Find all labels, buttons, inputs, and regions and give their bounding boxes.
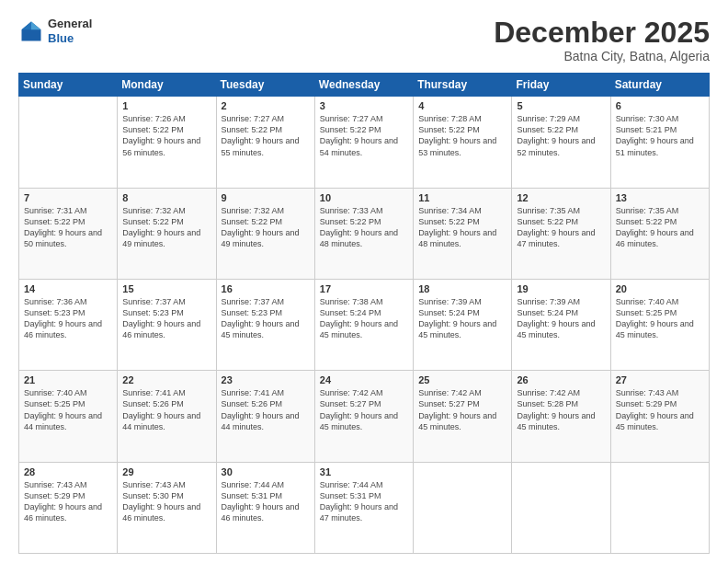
sunset: Sunset: 5:25 PM (24, 398, 112, 409)
day-header-friday: Friday (512, 74, 610, 97)
sunset: Sunset: 5:22 PM (122, 216, 210, 227)
sunset: Sunset: 5:22 PM (222, 216, 310, 227)
sunrise: Sunrise: 7:39 AM (418, 296, 506, 307)
calendar-cell (512, 462, 610, 553)
cell-details: Sunrise: 7:26 AM Sunset: 5:22 PM Dayligh… (122, 113, 210, 158)
week-row-1: 7 Sunrise: 7:31 AM Sunset: 5:22 PM Dayli… (19, 188, 710, 279)
sunset: Sunset: 5:21 PM (616, 124, 704, 135)
daylight: Daylight: 9 hours and 46 minutes. (122, 501, 210, 523)
sunrise: Sunrise: 7:44 AM (222, 479, 310, 490)
daylight: Daylight: 9 hours and 46 minutes. (24, 318, 112, 340)
day-number: 23 (222, 374, 310, 385)
subtitle: Batna City, Batna, Algeria (494, 49, 710, 63)
day-number: 25 (418, 374, 506, 385)
day-number: 17 (320, 283, 408, 294)
day-number: 28 (24, 466, 112, 477)
daylight: Daylight: 9 hours and 45 minutes. (616, 410, 704, 432)
calendar-cell (19, 97, 118, 188)
calendar-cell: 14 Sunrise: 7:36 AM Sunset: 5:23 PM Dayl… (19, 279, 118, 370)
logo-icon (18, 18, 44, 44)
daylight: Daylight: 9 hours and 56 minutes. (122, 135, 210, 157)
daylight: Daylight: 9 hours and 46 minutes. (122, 318, 210, 340)
sunrise: Sunrise: 7:36 AM (24, 296, 112, 307)
sunrise: Sunrise: 7:28 AM (418, 113, 506, 124)
calendar-cell: 20 Sunrise: 7:40 AM Sunset: 5:25 PM Dayl… (610, 279, 709, 370)
day-number: 29 (122, 466, 210, 477)
daylight: Daylight: 9 hours and 55 minutes. (222, 135, 310, 157)
calendar-cell: 18 Sunrise: 7:39 AM Sunset: 5:24 PM Dayl… (414, 279, 512, 370)
logo-blue: Blue (48, 31, 92, 46)
day-number: 20 (616, 283, 704, 294)
sunset: Sunset: 5:24 PM (418, 307, 506, 318)
day-number: 7 (24, 192, 112, 203)
sunset: Sunset: 5:24 PM (517, 307, 605, 318)
logo-general: General (48, 17, 92, 31)
sunset: Sunset: 5:22 PM (320, 216, 408, 227)
calendar-cell: 4 Sunrise: 7:28 AM Sunset: 5:22 PM Dayli… (414, 97, 512, 188)
day-number: 9 (222, 192, 310, 203)
calendar-cell: 19 Sunrise: 7:39 AM Sunset: 5:24 PM Dayl… (512, 279, 610, 370)
calendar-cell: 5 Sunrise: 7:29 AM Sunset: 5:22 PM Dayli… (512, 97, 610, 188)
cell-details: Sunrise: 7:34 AM Sunset: 5:22 PM Dayligh… (418, 205, 506, 250)
day-number: 15 (122, 283, 210, 294)
daylight: Daylight: 9 hours and 49 minutes. (222, 227, 310, 249)
daylight: Daylight: 9 hours and 45 minutes. (418, 318, 506, 340)
sunrise: Sunrise: 7:42 AM (517, 387, 605, 398)
calendar: SundayMondayTuesdayWednesdayThursdayFrid… (18, 73, 710, 554)
day-header-tuesday: Tuesday (216, 74, 314, 97)
cell-details: Sunrise: 7:43 AM Sunset: 5:30 PM Dayligh… (122, 479, 210, 524)
sunset: Sunset: 5:22 PM (517, 124, 605, 135)
sunset: Sunset: 5:24 PM (320, 307, 408, 318)
calendar-cell: 26 Sunrise: 7:42 AM Sunset: 5:28 PM Dayl… (512, 371, 610, 462)
sunrise: Sunrise: 7:29 AM (517, 113, 605, 124)
calendar-cell: 13 Sunrise: 7:35 AM Sunset: 5:22 PM Dayl… (610, 188, 709, 279)
sunrise: Sunrise: 7:33 AM (320, 205, 408, 216)
day-number: 5 (517, 100, 605, 111)
calendar-cell: 30 Sunrise: 7:44 AM Sunset: 5:31 PM Dayl… (216, 462, 314, 553)
day-number: 8 (122, 192, 210, 203)
day-number: 13 (616, 192, 704, 203)
cell-details: Sunrise: 7:31 AM Sunset: 5:22 PM Dayligh… (24, 205, 112, 250)
page: General Blue December 2025 Batna City, B… (0, 0, 728, 563)
sunrise: Sunrise: 7:42 AM (418, 387, 506, 398)
cell-details: Sunrise: 7:27 AM Sunset: 5:22 PM Dayligh… (320, 113, 408, 158)
day-number: 31 (320, 466, 408, 477)
sunrise: Sunrise: 7:37 AM (222, 296, 310, 307)
sunset: Sunset: 5:27 PM (320, 398, 408, 409)
calendar-cell (610, 462, 709, 553)
daylight: Daylight: 9 hours and 49 minutes. (122, 227, 210, 249)
calendar-cell: 31 Sunrise: 7:44 AM Sunset: 5:31 PM Dayl… (314, 462, 413, 553)
week-row-2: 14 Sunrise: 7:36 AM Sunset: 5:23 PM Dayl… (19, 279, 710, 370)
sunrise: Sunrise: 7:27 AM (222, 113, 310, 124)
sunset: Sunset: 5:30 PM (122, 490, 210, 501)
sunrise: Sunrise: 7:44 AM (320, 479, 408, 490)
cell-details: Sunrise: 7:42 AM Sunset: 5:28 PM Dayligh… (517, 387, 605, 432)
calendar-cell: 16 Sunrise: 7:37 AM Sunset: 5:23 PM Dayl… (216, 279, 314, 370)
cell-details: Sunrise: 7:27 AM Sunset: 5:22 PM Dayligh… (222, 113, 310, 158)
day-number: 26 (517, 374, 605, 385)
sunset: Sunset: 5:23 PM (222, 307, 310, 318)
week-row-3: 21 Sunrise: 7:40 AM Sunset: 5:25 PM Dayl… (19, 371, 710, 462)
sunset: Sunset: 5:22 PM (222, 124, 310, 135)
cell-details: Sunrise: 7:28 AM Sunset: 5:22 PM Dayligh… (418, 113, 506, 158)
sunset: Sunset: 5:28 PM (517, 398, 605, 409)
sunset: Sunset: 5:22 PM (418, 216, 506, 227)
day-number: 10 (320, 192, 408, 203)
cell-details: Sunrise: 7:33 AM Sunset: 5:22 PM Dayligh… (320, 205, 408, 250)
sunset: Sunset: 5:26 PM (122, 398, 210, 409)
sunset: Sunset: 5:22 PM (616, 216, 704, 227)
cell-details: Sunrise: 7:29 AM Sunset: 5:22 PM Dayligh… (517, 113, 605, 158)
cell-details: Sunrise: 7:35 AM Sunset: 5:22 PM Dayligh… (517, 205, 605, 250)
cell-details: Sunrise: 7:43 AM Sunset: 5:29 PM Dayligh… (24, 479, 112, 524)
sunrise: Sunrise: 7:39 AM (517, 296, 605, 307)
sunset: Sunset: 5:31 PM (320, 490, 408, 501)
calendar-cell: 28 Sunrise: 7:43 AM Sunset: 5:29 PM Dayl… (19, 462, 118, 553)
sunrise: Sunrise: 7:41 AM (222, 387, 310, 398)
daylight: Daylight: 9 hours and 44 minutes. (222, 410, 310, 432)
day-header-wednesday: Wednesday (314, 74, 413, 97)
sunset: Sunset: 5:23 PM (122, 307, 210, 318)
calendar-cell: 8 Sunrise: 7:32 AM Sunset: 5:22 PM Dayli… (118, 188, 216, 279)
calendar-cell: 12 Sunrise: 7:35 AM Sunset: 5:22 PM Dayl… (512, 188, 610, 279)
sunrise: Sunrise: 7:43 AM (122, 479, 210, 490)
daylight: Daylight: 9 hours and 50 minutes. (24, 227, 112, 249)
